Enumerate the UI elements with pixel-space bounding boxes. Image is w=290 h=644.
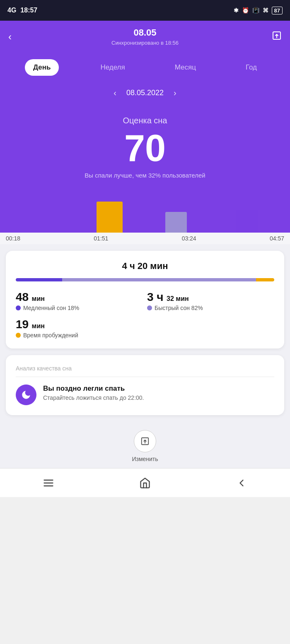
date-next-button[interactable]: › [174,88,176,98]
duration-title: 4 ч 20 мин [16,261,274,272]
status-bar-right: ✱ ⏰ 📳 ⌘ 87 [234,7,283,14]
time-3: 04:57 [270,235,284,242]
tab-year[interactable]: Год [237,59,265,76]
stats-grid: 48 мин Медленный сон 18% 3 ч 32 мин Быст… [16,291,274,339]
alarm-icon: ⏰ [242,7,249,14]
sleep-chart-bars [0,195,290,233]
analysis-text-block: Вы поздно легли спать Старайтесь ложитьс… [43,384,144,401]
export-button[interactable] [272,31,282,43]
analysis-item: Вы поздно легли спать Старайтесь ложитьс… [16,384,274,405]
wifi-icon: ⌘ [263,7,268,14]
analysis-title: Анализ качества сна [16,365,274,372]
cards-section: 4 ч 20 мин 48 мин Медленный сон 18% [0,244,290,422]
analysis-item-title: Вы поздно легли спать [43,384,144,393]
time-display: 18:57 [20,7,37,14]
dot-awake-icon [16,333,21,338]
sleep-chart-container [0,195,290,233]
signal-icon: 4G [7,7,16,14]
tab-bar: День Неделя Месяц Год [0,53,290,82]
stat-deep-sleep: 48 мин Медленный сон 18% [16,291,143,311]
edit-section: Изменить [0,422,290,468]
analysis-item-desc: Старайтесь ложиться спать до 22:00. [43,394,144,401]
nav-back-button[interactable] [229,471,254,495]
time-2: 03:24 [182,235,196,242]
dot-light-icon [147,305,152,310]
stat-light-unit: 32 мин [167,295,189,302]
bluetooth-icon: ✱ [234,7,239,14]
analysis-icon-circle [16,384,36,405]
sleep-chart-times: 00:18 01:51 03:24 04:57 [0,233,290,244]
stat-light-number: 3 ч [147,291,164,303]
nav-menu-button[interactable] [36,471,61,495]
date-prev-button[interactable]: ‹ [114,88,116,98]
sleep-score-subtitle: Вы спали лучше, чем 32% пользователей [0,172,290,187]
stat-deep-number: 48 [16,291,29,303]
stat-awake-desc: Время пробуждений [16,332,143,339]
dot-deep-icon [16,305,21,310]
stat-awake: 19 мин Время пробуждений [16,318,143,339]
stat-deep-desc: Медленный сон 18% [16,305,143,311]
nav-home-button[interactable] [133,471,157,495]
sleep-score-value: 70 [0,130,290,167]
edit-label: Изменить [132,456,158,462]
bottom-nav [0,468,290,497]
time-1: 01:51 [94,235,108,242]
duration-bar [16,278,274,281]
stat-light-desc: Быстрый сон 82% [147,305,274,311]
stat-deep-unit: мин [32,295,45,302]
header-date: 08.05 [25,27,265,38]
header: ‹ 08.05 Синхронизировано в 18:56 [0,21,290,53]
back-button[interactable]: ‹ [8,31,12,43]
battery-indicator: 87 [272,7,283,14]
header-sync-text: Синхронизировано в 18:56 [25,40,265,46]
tab-week[interactable]: Неделя [92,59,133,76]
status-bar: 4G 18:57 ✱ ⏰ 📳 ⌘ 87 [0,0,290,21]
status-bar-left: 4G 18:57 [7,7,37,14]
duration-card: 4 ч 20 мин 48 мин Медленный сон 18% [6,251,284,348]
time-0: 00:18 [6,235,20,242]
date-nav: ‹ 08.05.2022 › [0,82,290,103]
tab-day[interactable]: День [25,59,59,76]
vibrate-icon: 📳 [252,7,259,14]
sleep-score-section: Оценка сна 70 Вы спали лучше, чем 32% по… [0,103,290,195]
tab-month[interactable]: Месяц [167,59,204,76]
analysis-divider [16,377,274,377]
stat-awake-number: 19 [16,318,29,331]
sleep-score-label: Оценка сна [0,116,290,125]
stat-awake-unit: мин [32,322,45,329]
stat-light-sleep: 3 ч 32 мин Быстрый сон 82% [147,291,274,311]
edit-button[interactable] [134,430,156,452]
date-nav-label: 08.05.2022 [126,89,164,97]
analysis-card: Анализ качества сна Вы поздно легли спат… [6,355,284,415]
